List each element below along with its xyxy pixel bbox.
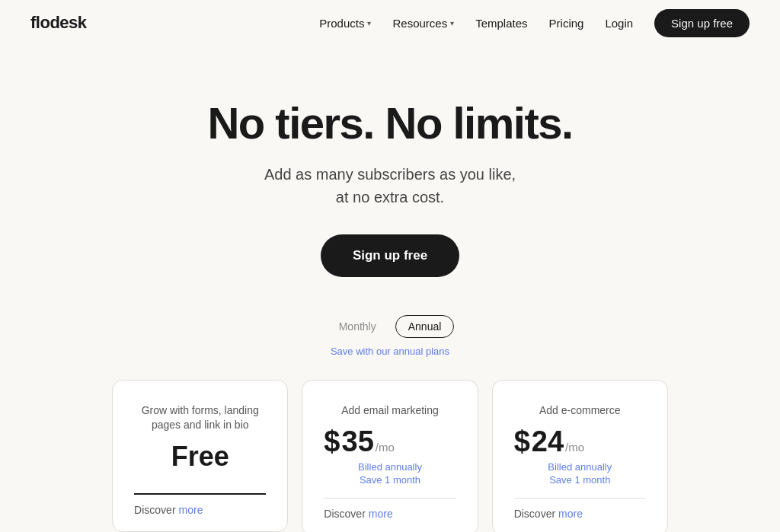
pricing-card-free: Grow with forms, landing pages and link … <box>112 380 288 532</box>
card-ecommerce-tag: Add e-commerce <box>514 403 646 419</box>
nav-resources[interactable]: Resources ▾ <box>392 17 454 30</box>
card-ecommerce-price: $ 24 /mo <box>514 425 646 458</box>
nav-templates[interactable]: Templates <box>475 17 527 30</box>
hero-section: No tiers. No limits. Add as many subscri… <box>0 46 780 532</box>
billing-monthly-option[interactable]: Monthly <box>326 315 389 338</box>
billing-save-link[interactable]: Save with our annual plans <box>331 346 449 357</box>
card-ecommerce-save: Save 1 month <box>514 474 646 486</box>
billing-annual-option[interactable]: Annual <box>395 315 455 338</box>
pricing-cards-container: Grow with forms, landing pages and link … <box>89 380 691 532</box>
card-ecommerce-discover-link[interactable]: Discover more <box>514 498 646 520</box>
card-free-discover-link[interactable]: Discover more <box>134 493 266 516</box>
nav-pricing[interactable]: Pricing <box>549 17 584 30</box>
card-free-tag: Grow with forms, landing pages and link … <box>134 403 266 433</box>
card-ecommerce-billed: Billed annually <box>514 461 646 473</box>
chevron-down-icon: ▾ <box>450 19 454 27</box>
card-email-billed: Billed annually <box>324 461 456 473</box>
card-email-save: Save 1 month <box>324 474 456 486</box>
hero-title: No tiers. No limits. <box>207 99 572 148</box>
pricing-card-email: Add email marketing $ 35 /mo Billed annu… <box>302 380 478 532</box>
pricing-card-ecommerce: Add e-commerce $ 24 /mo Billed annually … <box>492 380 668 532</box>
nav-products[interactable]: Products ▾ <box>319 17 371 30</box>
hero-signup-button[interactable]: Sign up free <box>321 234 459 277</box>
chevron-down-icon: ▾ <box>367 19 371 27</box>
nav-signup-button[interactable]: Sign up free <box>654 9 750 37</box>
hero-subtitle: Add as many subscribers as you like, at … <box>264 163 516 209</box>
nav-login[interactable]: Login <box>605 17 633 30</box>
card-email-discover-link[interactable]: Discover more <box>324 498 456 520</box>
card-email-tag: Add email marketing <box>324 403 456 419</box>
billing-toggle: Monthly Annual <box>326 315 455 338</box>
navbar: flodesk Products ▾ Resources ▾ Templates… <box>0 0 780 46</box>
nav-links: Products ▾ Resources ▾ Templates Pricing… <box>319 9 750 37</box>
logo[interactable]: flodesk <box>30 13 87 33</box>
card-email-price: $ 35 /mo <box>324 425 456 458</box>
card-free-price: Free <box>134 441 266 473</box>
